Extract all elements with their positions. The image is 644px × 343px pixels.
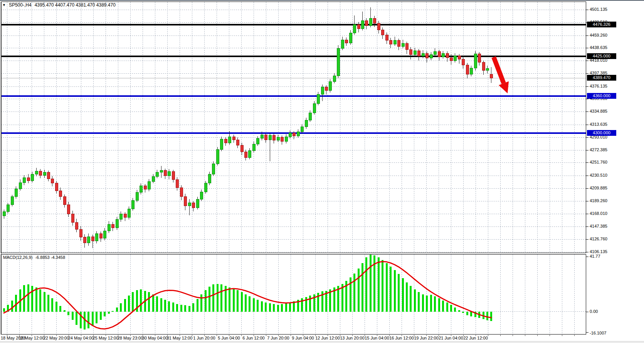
price-badge: 4300.000 <box>587 130 616 136</box>
time-axis-label: 6 Jun 12:00 <box>242 336 265 340</box>
macd-axis-label: -16.1007 <box>590 331 606 335</box>
ohlc-values: 4395.470 4407.470 4381.470 4389.470 <box>35 2 116 8</box>
time-axis-label: 30 May 04:00 <box>142 336 168 340</box>
price-axis-label: 4230.510 <box>590 173 607 177</box>
time-axis-label: 22 May 20:00 <box>44 336 69 340</box>
grid-layer <box>1 2 586 334</box>
price-axis-label: 4397.385 <box>590 71 607 75</box>
price-axis-label: 4209.885 <box>590 186 607 190</box>
time-axis-label: 19 Jun 22:00 <box>414 336 439 340</box>
time-axis[interactable]: 18 May 202319 May 12:0022 May 20:0024 Ma… <box>0 335 586 341</box>
time-axis-label: 25 May 12:00 <box>93 336 119 340</box>
time-axis-label: 5 Jun 04:00 <box>218 336 240 340</box>
macd-values: -6.8853 -4.3458 <box>35 255 65 260</box>
price-axis-label: 4272.385 <box>590 147 607 152</box>
price-badge: 4389.470 <box>587 75 616 81</box>
macd-histogram <box>3 255 492 329</box>
time-axis-label: 19 May 12:00 <box>19 336 45 340</box>
time-axis-label: 24 May 04:00 <box>68 336 94 340</box>
time-axis-label: 16 Jun 12:00 <box>389 336 414 340</box>
macd-axis-label: 41.77 <box>590 254 600 259</box>
symbol-dropdown-icon[interactable]: ▼ <box>2 3 6 7</box>
axis-ticks <box>7 10 589 336</box>
price-axis-label: 4313.635 <box>590 122 607 127</box>
time-axis-label: 12 Jun 12:00 <box>315 336 340 340</box>
macd-name: MACD(12,26,9) <box>3 255 32 260</box>
price-chart-canvas[interactable] <box>0 1 644 343</box>
price-axis-label: 4501.135 <box>590 7 607 12</box>
time-axis-label: 9 Jun 04:00 <box>292 336 314 340</box>
price-axis-label: 4147.385 <box>590 224 607 228</box>
time-axis-label: 28 May 23:00 <box>118 336 143 340</box>
support-line-4360 <box>1 95 586 97</box>
time-axis-label: 13 Jun 20:00 <box>340 336 365 340</box>
price-axis[interactable]: 4501.1354480.5104459.2604438.6354418.010… <box>586 1 644 343</box>
time-axis-label: 31 May 12:00 <box>167 336 193 340</box>
price-axis-label: 4106.135 <box>590 249 607 254</box>
resistance-line-4425 <box>1 56 586 57</box>
price-axis-label: 4189.260 <box>590 198 607 203</box>
time-axis-label: 15 Jun 04:00 <box>365 336 389 340</box>
price-axis-label: 4376.135 <box>590 84 607 88</box>
down-arrow-annotation <box>494 57 509 93</box>
price-axis-label: 4168.010 <box>590 211 607 216</box>
time-axis-label: 21 Jun 04:00 <box>439 336 463 340</box>
price-axis-label: 4459.260 <box>590 33 607 37</box>
price-badge: 4360.000 <box>587 93 616 99</box>
price-axis-label: 4334.885 <box>590 109 607 113</box>
price-axis-label: 4126.760 <box>590 237 607 241</box>
price-badge: 4425.000 <box>587 53 616 59</box>
price-badge: 4476.326 <box>587 22 616 27</box>
macd-axis-label: 0.00 <box>590 309 598 314</box>
time-axis-label: 1 Jun 20:00 <box>193 336 215 340</box>
panel-frames <box>1 2 586 335</box>
symbol-period-label: SP500-,H4 <box>9 2 32 8</box>
price-axis-label: 4251.760 <box>590 160 607 164</box>
time-axis-label: 22 Jun 12:00 <box>463 336 488 340</box>
candlestick-series <box>3 7 493 248</box>
chart-window: ▼ SP500-,H4 4395.470 4407.470 4381.470 4… <box>0 0 644 343</box>
time-axis-label: 7 Jun 20:00 <box>267 336 289 340</box>
resistance-line-4476 <box>1 24 586 25</box>
window-bottom-strip <box>0 341 644 343</box>
chart-title: ▼ SP500-,H4 4395.470 4407.470 4381.470 4… <box>2 2 116 8</box>
price-axis-label: 4438.635 <box>590 45 607 50</box>
macd-indicator-label: MACD(12,26,9) -6.8853 -4.3458 <box>3 255 65 260</box>
